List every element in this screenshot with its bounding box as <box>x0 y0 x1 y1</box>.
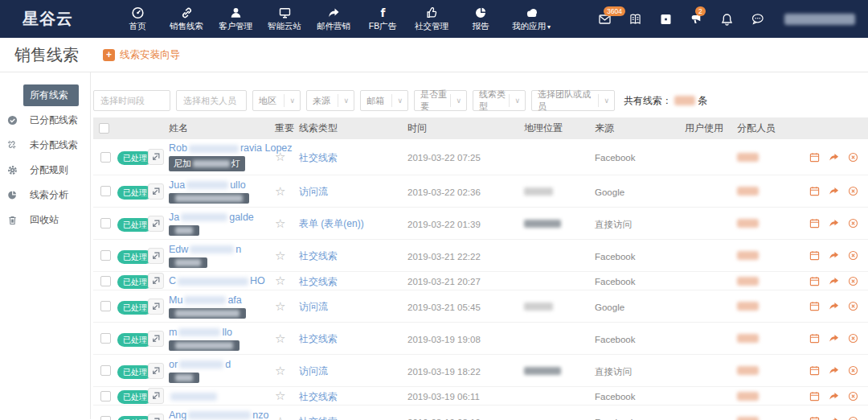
lead-type-link[interactable]: 表单 (表单(en)) <box>299 218 364 229</box>
lead-type-link[interactable]: 社交线索 <box>299 391 338 402</box>
filter-select-1[interactable]: 地区∨ <box>252 90 301 111</box>
export-icon[interactable] <box>148 363 164 379</box>
nav-item-fb[interactable]: fFB广告 <box>365 6 400 32</box>
row-checkbox[interactable] <box>100 333 111 344</box>
sidebar-item-chain-broken[interactable]: 未分配线索 <box>0 133 90 158</box>
forward-icon[interactable] <box>829 391 839 401</box>
nav-item-monitor[interactable]: 智能云站 <box>267 6 302 32</box>
export-icon[interactable] <box>148 331 164 347</box>
filter-select-6[interactable]: 选择团队或成员∨ <box>531 90 615 111</box>
filter-select-2[interactable]: 来源∨ <box>306 90 354 111</box>
forward-icon[interactable] <box>829 152 839 163</box>
export-icon[interactable] <box>148 414 164 420</box>
forward-icon[interactable] <box>829 416 839 420</box>
lead-type-link[interactable]: 社交线索 <box>299 333 338 344</box>
bell-icon[interactable] <box>720 13 734 26</box>
nav-item-pie[interactable]: 报告 <box>463 6 498 32</box>
lead-type-link[interactable]: 访问流 <box>299 186 328 197</box>
book-icon[interactable] <box>628 13 642 26</box>
filter-select-5[interactable]: 线索类型∨ <box>473 90 526 111</box>
lead-type-link[interactable]: 社交线索 <box>299 250 338 261</box>
sidebar-item-check[interactable]: 已分配线索 <box>0 108 90 133</box>
delete-icon[interactable] <box>848 333 858 344</box>
forward-icon[interactable] <box>829 218 839 229</box>
mail-icon[interactable]: 3604 <box>598 13 612 26</box>
lead-name[interactable] <box>169 390 275 401</box>
star-icon[interactable]: ☆ <box>275 274 285 288</box>
delete-icon[interactable] <box>848 152 858 163</box>
nav-item-user[interactable]: 客户管理 <box>218 6 253 32</box>
lead-name[interactable]: Angnzo <box>169 410 275 420</box>
lead-name[interactable]: Muafa <box>169 294 275 306</box>
calendar-icon[interactable] <box>809 301 820 311</box>
export-icon[interactable] <box>148 248 164 264</box>
star-icon[interactable]: ☆ <box>275 389 285 403</box>
select-all-checkbox[interactable] <box>99 123 109 134</box>
row-checkbox[interactable] <box>100 301 111 311</box>
nav-item-gauge[interactable]: 首页 <box>120 6 155 32</box>
export-icon[interactable] <box>148 388 164 404</box>
lead-name[interactable]: Robravia Lopez <box>169 142 275 154</box>
related-person-input[interactable] <box>176 90 247 111</box>
sidebar-item-trash[interactable]: 回收站 <box>0 208 90 233</box>
lead-type-link[interactable]: 社交线索 <box>299 416 338 420</box>
time-range-input[interactable] <box>93 90 170 111</box>
row-checkbox[interactable] <box>100 416 111 420</box>
lead-name[interactable]: Juaullo <box>169 179 275 191</box>
star-icon[interactable]: ☆ <box>275 414 285 420</box>
megaphone-icon[interactable]: 2 <box>690 13 703 26</box>
filter-select-3[interactable]: 邮箱∨ <box>360 90 408 111</box>
lead-name[interactable]: mllo <box>169 327 275 338</box>
star-icon[interactable]: ☆ <box>275 249 285 263</box>
lead-name[interactable]: ord <box>169 359 275 370</box>
lead-type-link[interactable]: 社交线索 <box>299 276 338 287</box>
export-icon[interactable] <box>148 183 164 200</box>
forward-icon[interactable] <box>829 250 839 261</box>
panel-icon[interactable] <box>659 13 673 26</box>
delete-icon[interactable] <box>848 218 858 229</box>
forward-icon[interactable] <box>829 276 839 286</box>
forward-icon[interactable] <box>829 186 839 196</box>
export-icon[interactable] <box>148 216 164 232</box>
nav-item-share[interactable]: 邮件营销 <box>316 6 351 32</box>
lead-type-link[interactable]: 社交线索 <box>299 152 338 163</box>
delete-icon[interactable] <box>848 186 858 196</box>
forward-icon[interactable] <box>829 365 839 376</box>
calendar-icon[interactable] <box>809 365 820 376</box>
chat-icon[interactable] <box>751 13 764 26</box>
delete-icon[interactable] <box>848 276 858 286</box>
calendar-icon[interactable] <box>809 416 820 420</box>
star-icon[interactable]: ☆ <box>275 216 285 231</box>
calendar-icon[interactable] <box>809 218 820 229</box>
star-icon[interactable]: ☆ <box>275 331 285 346</box>
lead-name[interactable]: Jagalde <box>169 212 275 223</box>
lead-type-link[interactable]: 访问流 <box>299 301 328 312</box>
forward-icon[interactable] <box>829 333 839 344</box>
calendar-icon[interactable] <box>809 186 820 196</box>
calendar-icon[interactable] <box>809 333 820 344</box>
row-checkbox[interactable] <box>100 391 111 401</box>
nav-item-link[interactable]: 销售线索 <box>169 6 204 32</box>
export-icon[interactable] <box>148 273 164 289</box>
row-checkbox[interactable] <box>100 365 111 376</box>
star-icon[interactable]: ☆ <box>275 299 285 314</box>
calendar-icon[interactable] <box>809 152 820 163</box>
calendar-icon[interactable] <box>809 391 820 401</box>
lead-type-link[interactable]: 访问流 <box>299 365 328 377</box>
user-name-blur[interactable] <box>784 14 855 25</box>
star-icon[interactable]: ☆ <box>275 150 285 164</box>
export-icon[interactable] <box>148 149 164 165</box>
nav-item-thumb[interactable]: 社交管理 <box>414 6 449 32</box>
row-checkbox[interactable] <box>100 250 111 261</box>
row-checkbox[interactable] <box>100 218 111 229</box>
export-icon[interactable] <box>148 299 164 315</box>
row-checkbox[interactable] <box>100 152 111 163</box>
sidebar-item-chain[interactable]: undefined所有线索 <box>0 83 90 108</box>
forward-icon[interactable] <box>829 301 839 311</box>
sidebar-item-pie[interactable]: 线索分析 <box>0 183 90 208</box>
delete-icon[interactable] <box>848 250 858 261</box>
delete-icon[interactable] <box>848 365 858 376</box>
lead-wizard-button[interactable]: + 线索安装向导 <box>103 48 180 62</box>
star-icon[interactable]: ☆ <box>275 364 285 378</box>
delete-icon[interactable] <box>848 301 858 311</box>
